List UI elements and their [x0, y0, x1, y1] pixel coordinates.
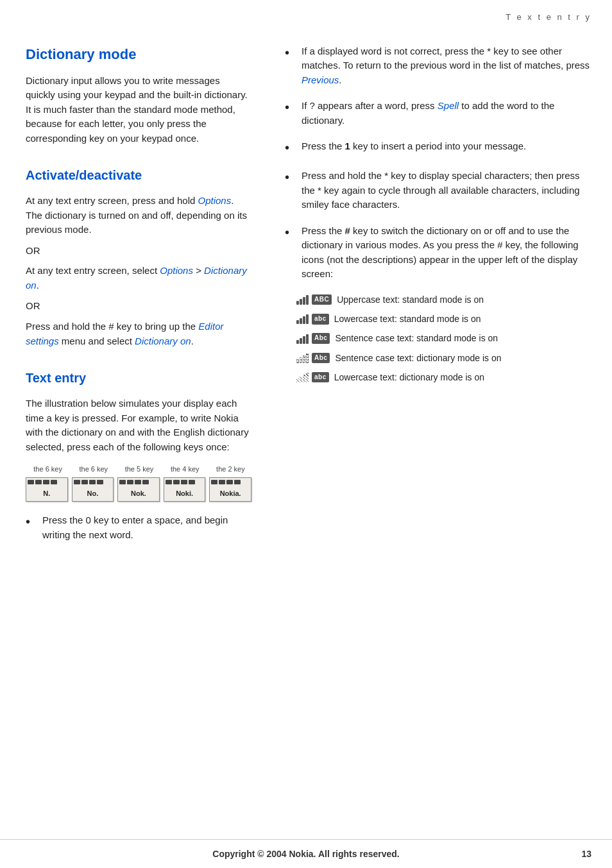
icon-img-4: abc [296, 372, 329, 383]
right-bullet-list: • If a displayed word is not correct, pr… [285, 44, 591, 282]
icon-desc-1: Lowercase text: standard mode is on [334, 312, 481, 325]
activate-para3-pre: Press and hold the # key to bring up the [26, 321, 198, 332]
activate-para2-pre: At any text entry screen, select [26, 265, 160, 276]
rbullet-dot-2: • [285, 138, 296, 157]
icon-desc-3: Sentence case text: dictionary mode is o… [335, 352, 501, 364]
icon-desc-0: Uppercase text: standard mode is on [337, 293, 484, 306]
rbullet-dot-3: • [285, 167, 296, 187]
signal-icon-4 [296, 372, 309, 382]
icon-entry-1: abc Lowercase text: standard mode is on [296, 312, 591, 325]
right-bullet-item-4: • Press the # key to switch the dictiona… [285, 224, 591, 282]
spell-link: Spell [438, 100, 459, 111]
right-bullet-item-2: • Press the 1 key to insert a period int… [285, 139, 591, 157]
icon-entry-4: abc Lowercase text: dictionary mode is o… [296, 371, 591, 384]
dictionary-mode-title: Dictionary mode [26, 44, 251, 65]
key-cell-1: No. [72, 477, 114, 502]
abc-box-3: Abc [312, 353, 330, 364]
rbullet-dot-4: • [285, 223, 296, 242]
icon-img-0: ABC [296, 294, 332, 305]
previous-link: Previous [302, 74, 339, 85]
key-labels-row: the 6 key the 6 key the 5 key the 4 key … [26, 464, 251, 475]
right-bullet-item-3: • Press and hold the * key to display sp… [285, 169, 591, 212]
key-label-2: the 5 key [118, 464, 160, 475]
activate-para1-pre: At any text entry screen, press and hold [26, 195, 198, 206]
signal-icon-1 [296, 314, 309, 324]
key-label-4: the 2 key [210, 464, 251, 475]
icon-desc-2: Sentence case text: standard mode is on [335, 332, 498, 345]
left-bullet-item-0: • Press the 0 key to enter a space, and … [26, 513, 251, 542]
left-bullet-list: • Press the 0 key to enter a space, and … [26, 513, 251, 542]
activate-para3: Press and hold the # key to bring up the… [26, 319, 251, 348]
rb0-pre: If a displayed word is not correct, pres… [302, 46, 590, 71]
icon-img-3: Abc [296, 353, 330, 364]
icon-entry-0: ABC Uppercase text: standard mode is on [296, 293, 591, 306]
key-cell-3: Noki. [164, 477, 206, 502]
activate-para2-mid: > [193, 265, 204, 276]
footer-copyright: Copyright © 2004 Nokia. All rights reser… [212, 849, 399, 859]
right-bullet-text-1: If ? appears after a word, press Spell t… [302, 99, 591, 128]
right-bullet-item-0: • If a displayed word is not correct, pr… [285, 44, 591, 88]
signal-icon-3 [296, 353, 309, 363]
rbullet-dot-1: • [285, 98, 296, 117]
rb0-post: . [339, 74, 341, 85]
left-column: Dictionary mode Dictionary input allows … [0, 28, 269, 830]
footer-page-number: 13 [581, 847, 591, 860]
abc-box-1: abc [312, 314, 329, 325]
activate-para2-post: . [37, 280, 39, 291]
key-cell-4: Nokia. [209, 477, 251, 502]
key-cell-2: Nok. [117, 477, 160, 502]
page: T e x t e n t r y Dictionary mode Dictio… [0, 0, 612, 868]
icon-entries-container: ABC Uppercase text: standard mode is on … [296, 293, 591, 384]
activate-para3-mid: menu and select [59, 336, 135, 346]
signal-icon-0 [296, 294, 309, 305]
right-column: • If a displayed word is not correct, pr… [269, 28, 612, 830]
right-bullet-text-0: If a displayed word is not correct, pres… [302, 44, 591, 88]
signal-icon-2 [296, 334, 309, 344]
bullet-dot-0: • [26, 512, 37, 531]
key-label-1: the 6 key [72, 464, 114, 475]
main-columns: Dictionary mode Dictionary input allows … [0, 28, 612, 842]
key-display-row: N. No. Nok. [26, 477, 251, 502]
dictionary-on-link2: Dictionary on [135, 336, 191, 346]
left-bullet-text-0: Press the 0 key to enter a space, and be… [42, 513, 251, 542]
icon-img-2: Abc [296, 333, 330, 344]
icon-entry-2: Abc Sentence case text: standard mode is… [296, 332, 591, 345]
abc-box-0: ABC [312, 294, 332, 305]
keyboard-illustration: the 6 key the 6 key the 5 key the 4 key … [26, 464, 251, 502]
right-bullet-item-1: • If ? appears after a word, press Spell… [285, 99, 591, 128]
dictionary-mode-body: Dictionary input allows you to write mes… [26, 74, 251, 146]
right-bullet-text-4: Press the # key to switch the dictionary… [302, 224, 591, 282]
rb1-pre: If ? appears after a word, press [302, 100, 438, 111]
right-bullet-text-3: Press and hold the * key to display spec… [302, 169, 591, 212]
icon-desc-4: Lowercase text: dictionary mode is on [334, 371, 484, 384]
icon-entry-3: Abc Sentence case text: dictionary mode … [296, 352, 591, 364]
text-entry-title: Text entry [26, 369, 251, 387]
rbullet-dot-0: • [285, 43, 296, 62]
options-link2: Options [160, 265, 193, 276]
or-label-1: OR [26, 244, 251, 258]
activate-para3-post: . [191, 336, 194, 346]
or-label-2: OR [26, 299, 251, 313]
page-footer: Copyright © 2004 Nokia. All rights reser… [0, 839, 612, 868]
key-label-3: the 4 key [164, 464, 206, 475]
page-header: T e x t e n t r y [0, 0, 612, 28]
activate-title: Activate/deactivate [26, 166, 251, 185]
options-link1: Options [198, 195, 231, 206]
icon-img-1: abc [296, 314, 329, 325]
header-text: T e x t e n t r y [506, 12, 591, 22]
activate-para2: At any text entry screen, select Options… [26, 264, 251, 293]
key-cell-0: N. [26, 477, 68, 502]
activate-para1: At any text entry screen, press and hold… [26, 194, 251, 237]
abc-box-4: abc [312, 372, 329, 383]
abc-box-2: Abc [312, 333, 330, 344]
key-label-0: the 6 key [27, 464, 69, 475]
right-bullet-text-2: Press the 1 key to insert a period into … [302, 139, 526, 154]
text-entry-body: The illustration below simulates your di… [26, 396, 251, 454]
